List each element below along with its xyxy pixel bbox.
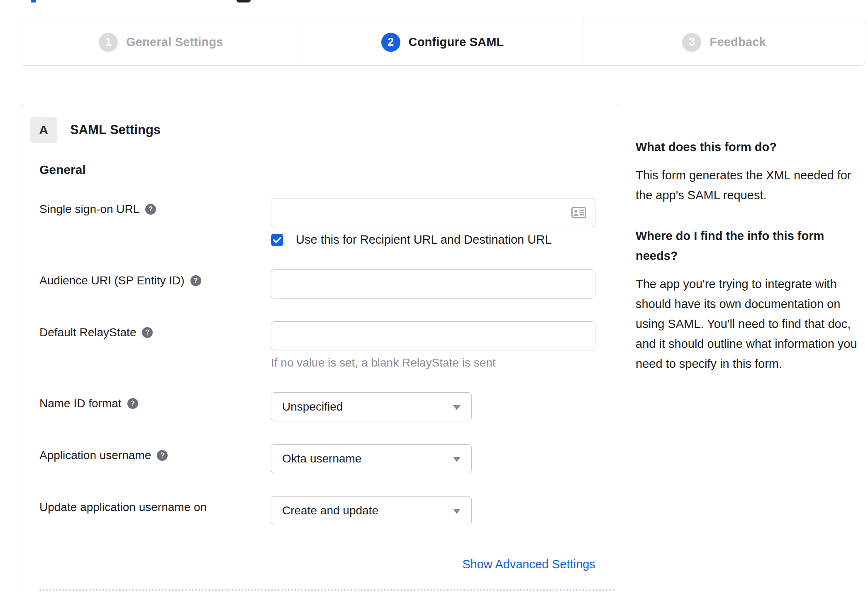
recipient-url-checkbox[interactable] [271, 234, 283, 246]
dropdown-arrow-icon [453, 457, 461, 462]
default-relaystate-input[interactable] [271, 321, 595, 350]
field-row-audience-uri: Audience URI (SP Entity ID) ? [39, 269, 620, 298]
recipient-url-checkbox-label[interactable]: Use this for Recipient URL and Destinati… [296, 233, 551, 247]
section-divider-dotted [39, 589, 615, 591]
step-feedback[interactable]: 3 Feedback [583, 19, 865, 65]
section-header: A SAML Settings [30, 117, 620, 143]
sidebar-question-1-body: This form generates the XML needed for t… [636, 165, 859, 205]
step-label: Configure SAML [409, 35, 504, 49]
application-username-value: Okta username [282, 452, 361, 465]
step-number-badge: 2 [381, 33, 400, 52]
show-advanced-settings-link[interactable]: Show Advanced Settings [462, 558, 595, 571]
panel-title: SAML Settings [70, 122, 161, 137]
dropdown-arrow-icon [453, 405, 461, 410]
sso-url-label: Single sign-on URL [39, 202, 139, 216]
application-username-select[interactable]: Okta username [271, 444, 472, 473]
saml-form: Single sign-on URL ? [39, 198, 620, 571]
step-number-badge: 1 [99, 33, 118, 52]
name-id-format-label: Name ID format [39, 396, 122, 411]
update-username-select[interactable]: Create and update [271, 496, 472, 525]
help-icon[interactable]: ? [127, 398, 138, 409]
contact-card-icon[interactable] [571, 207, 586, 220]
general-section-title: General [39, 162, 620, 177]
sso-url-input[interactable] [271, 198, 595, 227]
help-icon[interactable]: ? [142, 327, 153, 338]
audience-uri-label: Audience URI (SP Entity ID) [39, 274, 185, 288]
step-configure-saml[interactable]: 2 Configure SAML [302, 19, 583, 65]
field-row-default-relaystate: Default RelayState ? If no value is set,… [39, 321, 620, 369]
field-row-name-id-format: Name ID format ? Unspecified [39, 392, 620, 421]
audience-uri-input[interactable] [271, 269, 595, 298]
help-icon[interactable]: ? [190, 275, 201, 286]
relaystate-helper-text: If no value is set, a blank RelayState i… [271, 356, 595, 369]
dropdown-arrow-icon [453, 509, 461, 514]
sidebar-question-1-title: What does this form do? [636, 137, 859, 157]
update-username-value: Create and update [282, 504, 378, 517]
help-icon[interactable]: ? [145, 204, 156, 215]
saml-settings-panel: A SAML Settings General Single sign-on U… [20, 104, 620, 592]
step-label: Feedback [710, 35, 766, 49]
field-row-update-username: Update application username on Create an… [39, 496, 620, 525]
sidebar-question-2-title: Where do I find the info this form needs… [636, 226, 859, 266]
field-row-sso-url: Single sign-on URL ? [39, 198, 620, 247]
field-row-application-username: Application username ? Okta username [39, 444, 620, 473]
default-relaystate-label: Default RelayState [39, 325, 136, 340]
name-id-format-value: Unspecified [282, 400, 343, 413]
sidebar-question-2-body: The app you're trying to integrate with … [636, 274, 859, 374]
application-username-label: Application username [39, 448, 151, 462]
info-sidebar: What does this form do? This form genera… [636, 137, 859, 394]
clipped-header-element-dark [237, 0, 251, 2]
wizard-stepper: 1 General Settings 2 Configure SAML 3 Fe… [20, 19, 865, 66]
step-general-settings[interactable]: 1 General Settings [20, 19, 302, 65]
step-label: General Settings [126, 35, 223, 49]
update-username-label: Update application username on [39, 500, 207, 514]
checkmark-icon [273, 237, 281, 243]
name-id-format-select[interactable]: Unspecified [271, 392, 472, 421]
clipped-header-element-blue [31, 0, 36, 2]
help-icon[interactable]: ? [157, 450, 168, 461]
step-number-badge: 3 [682, 33, 701, 52]
section-a-badge: A [30, 117, 57, 143]
